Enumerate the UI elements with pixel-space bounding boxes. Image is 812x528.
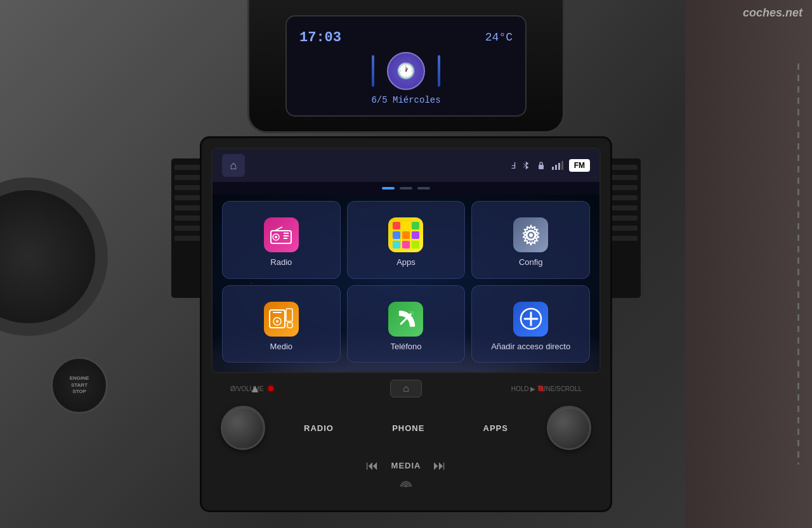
- cluster-display: 17:03 24°C 🕐 6/5 Miércoles: [285, 15, 527, 117]
- page-dot-1[interactable]: [382, 187, 395, 190]
- previous-button[interactable]: ⏮: [366, 458, 379, 473]
- tune-label: HOLD ▶ TUNE/SCROLL: [511, 385, 582, 392]
- svg-rect-16: [273, 312, 282, 313]
- tune-knob[interactable]: [547, 406, 591, 450]
- engine-start-button[interactable]: ENGINE START STOP: [51, 357, 108, 414]
- svg-point-15: [276, 320, 278, 323]
- watermark: coches.net: [743, 6, 802, 20]
- app-tile-medio[interactable]: Medio: [222, 285, 341, 363]
- bluetooth-symbol: [521, 160, 531, 171]
- telefono-label: Teléfono: [390, 342, 421, 351]
- radio-icon-svg: [270, 226, 292, 245]
- button-row: RADIO PHONE APPS: [211, 401, 601, 455]
- apps-button[interactable]: APPS: [477, 420, 514, 436]
- svg-point-12: [529, 233, 533, 237]
- volume-knob[interactable]: [221, 406, 265, 450]
- config-gear-icon: [519, 223, 543, 247]
- right-interior-trim: [685, 0, 812, 528]
- page-indicators: [213, 182, 599, 195]
- svg-rect-17: [286, 309, 292, 321]
- app-tile-radio[interactable]: Radio: [222, 201, 341, 279]
- config-app-icon: [513, 217, 548, 252]
- cluster-bar-right: [438, 55, 440, 87]
- home-icon: ⌂: [230, 159, 237, 172]
- status-bar: ⌂ Ⅎ FM: [213, 149, 599, 182]
- add-icon-svg: [518, 306, 544, 332]
- svg-rect-18: [287, 323, 292, 328]
- next-button[interactable]: ⏭: [433, 458, 446, 473]
- engine-button-label3: STOP: [72, 389, 86, 395]
- nfc-row: [211, 479, 601, 501]
- status-icons: Ⅎ FM: [511, 159, 590, 172]
- radio-button[interactable]: RADIO: [298, 420, 340, 436]
- app-tile-config[interactable]: Config: [471, 201, 590, 279]
- apps-app-icon: [388, 217, 423, 252]
- cluster-temp: 24°C: [485, 31, 513, 44]
- nfc-icon: [396, 479, 416, 494]
- cluster-time: 17:03: [299, 30, 341, 46]
- instrument-cluster: 17:03 24°C 🕐 6/5 Miércoles: [247, 0, 565, 133]
- medio-label: Medio: [270, 342, 292, 351]
- infotainment-screen[interactable]: ⌂ Ⅎ FM: [211, 148, 601, 373]
- leather-stitch: [797, 63, 799, 465]
- page-dot-3[interactable]: [417, 187, 430, 190]
- home-screen-button[interactable]: ⌂: [222, 154, 245, 177]
- page-dot-2[interactable]: [400, 187, 412, 190]
- app-tile-apps[interactable]: Apps: [347, 201, 466, 279]
- clock-icon: 🕐: [387, 52, 425, 90]
- config-label: Config: [519, 257, 543, 267]
- signal-icon: [551, 160, 564, 171]
- medio-app-icon: [264, 302, 299, 337]
- media-label: MEDIA: [391, 461, 421, 470]
- watermark-text: coches.net: [743, 6, 802, 19]
- engine-button-label: ENGINE: [70, 375, 89, 382]
- lock-icon: [536, 160, 546, 171]
- radio-app-icon: [264, 217, 299, 252]
- cluster-bar-left: [372, 55, 374, 87]
- app-grid: Radio Apps: [213, 195, 599, 372]
- phone-button[interactable]: PHONE: [386, 420, 431, 436]
- svg-point-24: [405, 486, 407, 487]
- app-tile-telefono[interactable]: Teléfono: [347, 285, 466, 363]
- fm-badge: FM: [569, 159, 590, 172]
- svg-rect-3: [558, 163, 560, 170]
- home-hardware-button[interactable]: ⌂: [390, 380, 422, 397]
- engine-button-label2: START: [71, 382, 88, 389]
- home-hw-icon: ⌂: [403, 383, 409, 394]
- svg-rect-2: [555, 165, 557, 170]
- svg-rect-4: [561, 161, 563, 170]
- head-unit: ⌂ Ⅎ FM: [200, 136, 612, 512]
- eject-button[interactable]: ▲: [249, 382, 261, 396]
- add-app-icon: [513, 302, 548, 337]
- bluetooth-icon: Ⅎ: [511, 160, 516, 171]
- svg-point-7: [275, 236, 277, 238]
- phone-icon-svg: [395, 307, 417, 330]
- radio-label: Radio: [270, 257, 292, 267]
- media-row: ⏮ MEDIA ⏭: [211, 455, 601, 479]
- add-label: Añadir acceso directo: [491, 342, 570, 351]
- text-buttons: RADIO PHONE APPS: [265, 420, 547, 436]
- cluster-date: 6/5 Miércoles: [371, 93, 440, 105]
- apps-label: Apps: [396, 257, 416, 267]
- svg-rect-0: [539, 165, 544, 169]
- app-tile-add[interactable]: Añadir acceso directo: [471, 285, 590, 363]
- apps-grid-icon: [390, 219, 422, 252]
- controls-bar: Ø/VOLUME ▲ ⌂ HOLD ▶ TUNE/SCROLL: [211, 373, 601, 401]
- led-indicator-left: [268, 386, 273, 391]
- media-icon-svg: [268, 307, 294, 330]
- telefono-app-icon: [388, 302, 423, 337]
- steering-wheel: [0, 177, 108, 336]
- svg-rect-1: [552, 167, 554, 170]
